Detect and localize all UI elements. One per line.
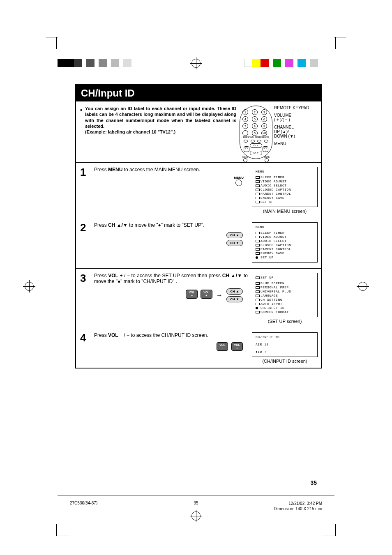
footer-filename: 27C530(34-37) [70,501,97,505]
section-title: CH/Input ID [76,85,321,101]
setup-caption: (SET UP screen) [252,319,318,324]
menu-button-label: MENU [234,176,244,180]
ch-up-button-icon: CH ▲ [226,232,243,238]
step-2-button-graphic: CH ▲ CH ▼ [94,231,248,247]
step-1-button-graphic: MENU [94,176,248,186]
setup-screen: SET UP BLUE SCREENPERSONAL PREF.UNIVERSA… [252,273,318,317]
step-4-text: Press VOL + / − to access the CH/INPUT I… [94,332,248,338]
footer-meta: 12/21/02, 3:42 PM Dimension: 140 X 215 m… [274,501,322,511]
registration-mark-icon [25,282,34,291]
remote-ch-down: CH ▼ [250,151,262,155]
step-3: 3 Press VOL + / − to access the SET UP s… [76,269,321,328]
step-4: 4 Press VOL + / − to access the CH/INPUT… [76,328,321,368]
arrow-right-icon: → [216,292,223,299]
step-3-text: Press VOL + / − to access the SET UP scr… [94,273,248,284]
step-2-text: Press CH ▲/▼ to move the "●" mark to "SE… [94,222,248,228]
step-number: 1 [80,167,90,214]
intro-body: You can assign an ID label to each chann… [85,106,236,129]
step-number: 4 [80,332,90,364]
color-bar-left [58,59,131,67]
label-channel-down: DOWN (▼) [274,134,318,138]
step-number: 2 [80,222,90,264]
ch-down-button-icon: CH ▼ [226,296,243,302]
label-channel-up: UP (▲)/ [274,129,318,134]
page-number: 35 [310,479,317,486]
vol-minus-button-icon: VOL− [217,342,228,351]
step-3-button-graphic: VOL− VOL+ → CH ▲ CH ▼ [94,288,248,303]
label-volume: VOLUME [274,113,318,117]
step-1-text: Press MENU to access the MAIN MENU scree… [94,167,248,173]
vol-minus-button-icon: VOL− [186,290,197,298]
remote-diagram: 123 456 789 0100 PERSONAL PREFERENCE CH … [240,106,318,159]
footer-page: 35 [194,501,198,505]
main-menu-screen: MENU SLEEP TIMERVIDEO ADJUSTAUDIO SELECT… [252,167,318,207]
main-menu-screen-2: MENU SLEEP TIMERVIDEO ADJUSTAUDIO SELECT… [252,222,318,263]
label-volume-symbols: ( + )/( − ) [274,117,318,122]
remote-menu-button [243,158,247,162]
ch-up-button-icon: CH ▲ [226,288,243,295]
chinput-caption: (CH/INPUT ID screen) [252,359,318,364]
footer: 27C530(34-37) 35 12/21/02, 3:42 PM Dimen… [58,495,334,520]
manual-page: CH/Input ID • You can assign an ID label… [75,84,322,368]
intro-example: (Example: labeling air channel 10 "TV12"… [85,129,175,134]
vol-plus-button-icon: VOL+ [231,342,243,351]
chinput-id-screen: CH/INPUT ID AIR 10 ●ID :____ [252,332,318,357]
remote-vol-minus: VOL− [244,146,249,152]
step-2: 2 Press CH ▲/▼ to move the "●" mark to "… [76,218,321,269]
label-keypad: REMOTE KEYPAD [274,106,318,110]
step-4-button-graphic: VOL− VOL+ [94,341,248,352]
remote-keypad: 123 456 789 0100 [242,109,270,136]
step-number: 3 [80,273,90,324]
vol-plus-button-icon: VOL+ [201,290,212,298]
menu-button-icon [235,180,242,186]
step-1: 1 Press MENU to access the MAIN MENU scr… [76,163,321,218]
remote-mute-button [265,158,269,162]
intro-text: • You can assign an ID label to each cha… [80,106,236,159]
remote-vol-plus: VOL+ [263,146,268,152]
registration-mark-icon [191,59,201,68]
remote-ch-up: CH ▲ [250,143,262,148]
remote-body: 123 456 789 0100 PERSONAL PREFERENCE CH … [240,106,272,159]
ch-down-button-icon: CH ▼ [226,240,243,246]
bullet-icon: • [80,106,82,114]
color-bar-right [244,59,318,67]
label-channel: CHANNEL [274,125,318,129]
label-menu: MENU [274,141,318,146]
remote-callouts: REMOTE KEYPAD VOLUME ( + )/( − ) CHANNEL… [272,106,318,159]
main-menu-caption: (MAIN MENU screen) [252,209,318,214]
registration-mark-icon [358,282,367,291]
